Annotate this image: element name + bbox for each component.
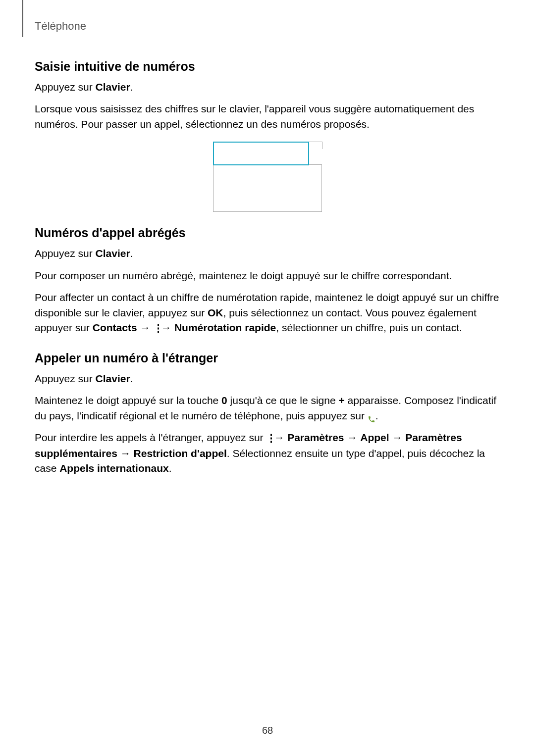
text-bold: Clavier (96, 373, 130, 384)
text: . (130, 248, 133, 259)
text: Appuyez sur (35, 81, 96, 93)
paragraph: Pour affecter un contact à un chiffre de… (35, 290, 500, 336)
paragraph: Appuyez sur Clavier. (35, 246, 500, 261)
paragraph: Pour interdire les appels à l'étranger, … (35, 430, 500, 476)
text-bold: Numérotation rapide (174, 322, 276, 333)
text-bold: Restriction d'appel (134, 448, 227, 459)
placeholder-body (213, 164, 322, 212)
arrow: → (158, 322, 174, 333)
paragraph: Appuyez sur Clavier. (35, 371, 500, 386)
call-icon (368, 412, 375, 420)
placeholder-tab (308, 142, 322, 149)
screenshot-placeholder (213, 142, 322, 211)
arrow: → (344, 432, 361, 443)
arrow: → (389, 432, 406, 443)
arrow: → (271, 432, 287, 443)
text: Appuyez sur (35, 248, 96, 259)
text-bold: Paramètres (287, 432, 344, 443)
page-content: Téléphone Saisie intuitive de numéros Ap… (0, 0, 535, 476)
paragraph: Appuyez sur Clavier. (35, 80, 500, 95)
text: . (130, 81, 133, 93)
heading-appeler-etranger: Appeler un numéro à l'étranger (35, 351, 500, 365)
text-bold: Contacts (93, 322, 137, 333)
paragraph: Pour composer un numéro abrégé, maintene… (35, 268, 500, 283)
text-bold: + (338, 395, 344, 406)
text: jusqu'à ce que le signe (227, 395, 339, 406)
header-rule (22, 0, 23, 37)
text: . (375, 410, 378, 421)
text-bold: 0 (221, 395, 227, 406)
text-bold: Clavier (96, 248, 130, 259)
text: Appuyez sur (35, 373, 96, 384)
text-bold: OK (208, 307, 223, 318)
more-icon: ⋮ (153, 321, 158, 336)
paragraph: Lorsque vous saisissez des chiffres sur … (35, 101, 500, 132)
heading-saisie-intuitive: Saisie intuitive de numéros (35, 59, 500, 74)
arrow: → (137, 322, 154, 333)
text: , sélectionner un chiffre, puis un conta… (276, 322, 462, 333)
text-bold: Clavier (96, 81, 130, 93)
arrow: → (117, 448, 134, 459)
page-number: 68 (0, 725, 535, 736)
more-icon: ⋮ (266, 431, 271, 446)
text-bold: Appel (360, 432, 389, 443)
text-bold: Appels internationaux (59, 462, 169, 474)
placeholder-highlight (213, 142, 309, 165)
breadcrumb: Téléphone (35, 20, 86, 32)
page-header: Téléphone (35, 20, 500, 45)
paragraph: Maintenez le doigt appuyé sur la touche … (35, 393, 500, 423)
text: Pour interdire les appels à l'étranger, … (35, 432, 266, 443)
heading-numeros-abreges: Numéros d'appel abrégés (35, 226, 500, 240)
text: Maintenez le doigt appuyé sur la touche (35, 395, 221, 406)
text: . (169, 462, 172, 474)
text: . (130, 373, 133, 384)
